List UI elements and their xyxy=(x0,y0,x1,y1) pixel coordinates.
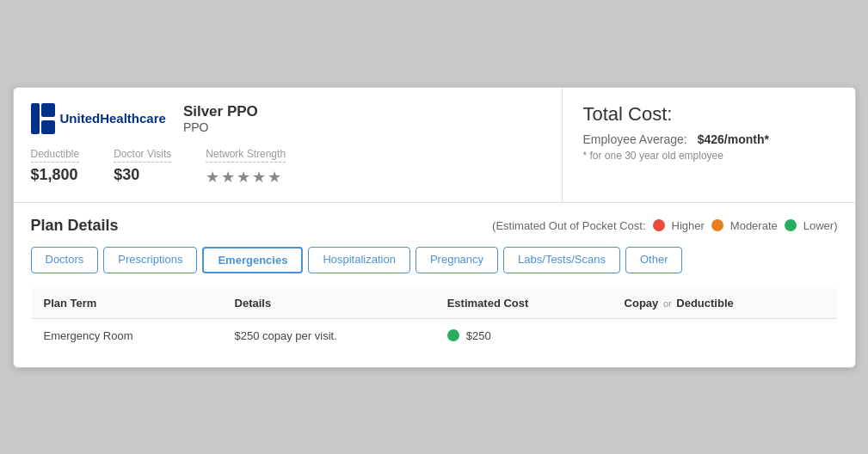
details-title: Plan Details xyxy=(31,217,119,235)
plan-stats: Deductible $1,800 Doctor Visits $30 Netw… xyxy=(31,148,545,187)
cell-estimated-cost: $250 xyxy=(435,318,613,353)
logo: UnitedHealthcare xyxy=(31,103,166,134)
details-header: Plan Details (Estimated Out of Pocket Co… xyxy=(31,217,838,235)
tab-other[interactable]: Other xyxy=(625,247,683,273)
col-estimated-cost: Estimated Cost xyxy=(435,287,613,318)
cost-note: * for one 30 year old employee xyxy=(583,150,834,162)
plan-info: UnitedHealthcare Silver PPO PPO Deductib… xyxy=(14,88,563,202)
employee-value: $426/month* xyxy=(698,132,769,146)
deductible-stat: Deductible $1,800 xyxy=(31,148,80,187)
plan-name-sub: PPO xyxy=(183,120,258,134)
or-text: or xyxy=(663,298,672,309)
deductible-value: $1,800 xyxy=(31,166,80,184)
col-plan-term: Plan Term xyxy=(31,287,223,318)
cell-plan-term: Emergency Room xyxy=(31,318,223,353)
deductible-label: Deductible xyxy=(31,148,80,163)
doctor-visits-label: Doctor Visits xyxy=(114,148,171,163)
cell-details: $250 copay per visit. xyxy=(223,318,435,353)
plan-name-main: Silver PPO xyxy=(183,103,258,120)
network-label: Network Strength xyxy=(206,148,286,163)
higher-dot xyxy=(653,219,665,231)
tab-emergencies[interactable]: Emergencies xyxy=(202,247,303,273)
tab-doctors[interactable]: Doctors xyxy=(31,247,99,273)
col-details: Details xyxy=(223,287,435,318)
tab-pregnancy[interactable]: Pregnancy xyxy=(416,247,498,273)
plan-header: UnitedHealthcare Silver PPO PPO xyxy=(31,103,545,134)
cell-copay xyxy=(613,318,837,353)
table-row: Emergency Room $250 copay per visit. $25… xyxy=(31,318,837,353)
uhc-logo-icon xyxy=(31,103,55,134)
higher-label: Higher xyxy=(672,219,705,232)
star-1: ★ xyxy=(206,168,219,187)
plan-details-section: Plan Details (Estimated Out of Pocket Co… xyxy=(14,203,855,367)
plan-details-table: Plan Term Details Estimated Cost Copay o… xyxy=(31,287,838,353)
top-section: UnitedHealthcare Silver PPO PPO Deductib… xyxy=(14,88,855,203)
table-header-row: Plan Term Details Estimated Cost Copay o… xyxy=(31,287,837,318)
cost-indicator-dot xyxy=(447,329,459,341)
tab-labs[interactable]: Labs/Tests/Scans xyxy=(503,247,620,273)
estimated-cost-cell: $250 xyxy=(447,329,600,342)
svg-rect-0 xyxy=(31,103,40,134)
total-cost-section: Total Cost: Employee Average: $426/month… xyxy=(563,88,855,202)
employee-cost-row: Employee Average: $426/month* xyxy=(583,132,834,146)
star-rating: ★ ★ ★ ★ ★ xyxy=(206,168,286,187)
col-copay-deductible: Copay or Deductible xyxy=(613,287,837,318)
tab-prescriptions[interactable]: Prescriptions xyxy=(103,247,197,273)
total-cost-title: Total Cost: xyxy=(583,103,834,126)
star-3: ★ xyxy=(237,168,250,187)
insurance-card: UnitedHealthcare Silver PPO PPO Deductib… xyxy=(13,87,856,368)
network-strength-stat: Network Strength ★ ★ ★ ★ ★ xyxy=(206,148,286,187)
lower-dot xyxy=(785,219,797,231)
star-4: ★ xyxy=(252,168,266,187)
svg-rect-1 xyxy=(41,103,55,117)
doctor-visits-value: $30 xyxy=(114,166,171,184)
cost-amount: $250 xyxy=(466,329,491,342)
moderate-label: Moderate xyxy=(730,219,778,232)
legend-label: (Estimated Out of Pocket Cost: xyxy=(492,219,645,232)
plan-names: Silver PPO PPO xyxy=(183,103,258,134)
doctor-visits-stat: Doctor Visits $30 xyxy=(114,148,171,187)
star-2: ★ xyxy=(221,168,235,187)
logo-text: UnitedHealthcare xyxy=(60,111,166,126)
lower-label: Lower) xyxy=(803,219,838,232)
star-5: ★ xyxy=(268,168,281,187)
tab-hospitalization[interactable]: Hospitalization xyxy=(308,247,410,273)
tabs: Doctors Prescriptions Emergencies Hospit… xyxy=(31,247,838,273)
cost-legend: (Estimated Out of Pocket Cost: Higher Mo… xyxy=(492,219,837,232)
employee-label: Employee Average: xyxy=(583,132,687,146)
moderate-dot xyxy=(711,219,723,231)
svg-rect-2 xyxy=(41,120,55,134)
